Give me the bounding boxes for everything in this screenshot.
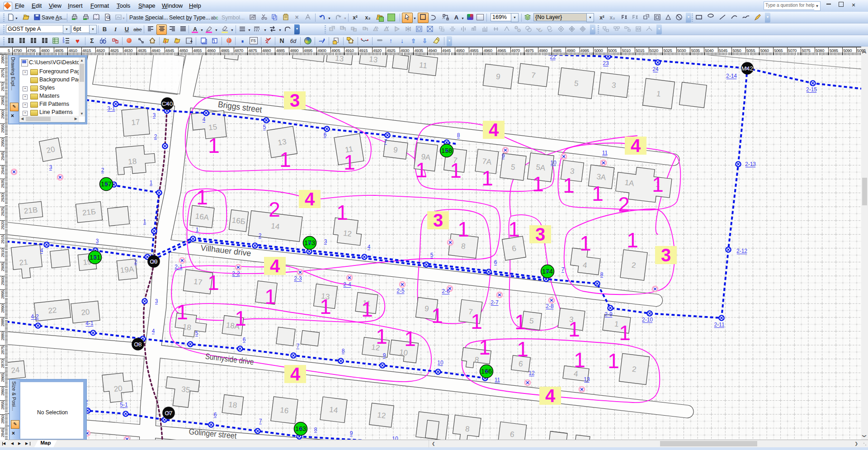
svg-text:8: 8 [314, 426, 317, 433]
svg-text:9: 9 [502, 153, 505, 159]
svg-text:1: 1 [196, 185, 208, 209]
svg-text:17: 17 [131, 118, 141, 127]
svg-text:1: 1 [143, 218, 146, 225]
svg-text:1: 1 [652, 173, 664, 196]
svg-text:1: 1 [608, 349, 619, 373]
svg-text:6: 6 [243, 336, 246, 343]
svg-text:2: 2 [259, 232, 262, 239]
svg-text:18: 18 [228, 400, 237, 410]
svg-text:18: 18 [182, 322, 192, 332]
svg-text:1: 1 [176, 300, 188, 324]
svg-text:2: 2 [269, 198, 280, 221]
svg-text:11: 11 [602, 150, 608, 156]
svg-text:1: 1 [208, 134, 220, 157]
svg-text:2-3: 2-3 [294, 275, 302, 282]
svg-text:2-9: 2-9 [604, 311, 613, 317]
svg-text:8: 8 [457, 132, 460, 138]
svg-text:9: 9 [350, 430, 353, 436]
svg-text:16Б: 16Б [231, 216, 246, 226]
svg-text:21B: 21B [24, 205, 38, 215]
svg-text:2-10: 2-10 [642, 317, 653, 323]
svg-text:5A: 5A [535, 163, 546, 172]
svg-text:7: 7 [561, 266, 565, 273]
svg-text:1: 1 [458, 218, 469, 241]
svg-text:2-8: 2-8 [546, 303, 554, 309]
svg-text:1: 1 [479, 336, 491, 359]
svg-text:20: 20 [46, 145, 56, 155]
svg-text:1: 1 [196, 227, 199, 233]
svg-text:2-14: 2-14 [726, 73, 737, 79]
svg-text:1: 1 [517, 337, 528, 361]
svg-text:1: 1 [279, 148, 291, 171]
svg-text:16A: 16A [195, 212, 210, 222]
svg-text:4: 4 [290, 364, 301, 384]
svg-text:3: 3 [535, 224, 545, 244]
svg-text:3: 3 [433, 210, 443, 230]
svg-text:1: 1 [627, 228, 638, 252]
svg-text:1: 1 [208, 271, 219, 294]
svg-text:1: 1 [415, 158, 427, 182]
svg-text:5: 5 [263, 124, 266, 130]
svg-text:11: 11 [419, 61, 428, 70]
svg-text:12: 12 [343, 229, 352, 238]
svg-text:19A: 19A [120, 265, 135, 275]
svg-text:1: 1 [376, 325, 387, 348]
svg-text:7A: 7A [481, 157, 492, 166]
svg-text:4: 4 [489, 120, 499, 140]
svg-text:10: 10 [550, 160, 557, 166]
svg-text:1: 1 [235, 307, 246, 330]
svg-text:2-11: 2-11 [714, 322, 724, 328]
svg-text:3: 3 [661, 245, 671, 265]
svg-text:4: 4 [152, 328, 155, 334]
svg-text:1: 1 [450, 159, 462, 182]
svg-text:13: 13 [368, 55, 378, 64]
svg-text:1: 1 [592, 182, 604, 205]
svg-text:7: 7 [297, 343, 300, 349]
svg-text:4: 4 [368, 244, 371, 250]
svg-text:1: 1 [508, 218, 520, 241]
svg-text:3: 3 [290, 90, 300, 110]
svg-text:1: 1 [514, 310, 526, 334]
svg-text:3: 3 [324, 238, 327, 245]
svg-text:17: 17 [193, 277, 203, 287]
svg-text:5: 5 [195, 330, 198, 336]
svg-text:1: 1 [532, 172, 544, 196]
svg-text:3-1: 3-1 [107, 105, 115, 112]
svg-text:2-13: 2-13 [745, 161, 756, 167]
svg-text:2-5: 2-5 [396, 288, 405, 294]
svg-text:35: 35 [181, 385, 190, 394]
svg-text:13: 13 [335, 54, 344, 63]
svg-text:12: 12 [377, 411, 386, 420]
svg-text:4: 4 [270, 256, 280, 276]
svg-text:4: 4 [545, 386, 556, 406]
svg-text:4: 4 [203, 116, 206, 123]
svg-text:4: 4 [631, 136, 641, 156]
svg-text:5-1: 5-1 [120, 402, 128, 408]
svg-text:6: 6 [214, 412, 217, 418]
svg-text:2-2: 2-2 [232, 270, 240, 277]
svg-text:3: 3 [155, 298, 158, 304]
svg-text:11: 11 [495, 377, 500, 383]
svg-text:4: 4 [305, 189, 315, 209]
svg-text:3A: 3A [596, 172, 607, 182]
svg-text:20: 20 [113, 384, 123, 393]
svg-text:7: 7 [384, 138, 387, 145]
svg-text:6: 6 [324, 132, 327, 138]
svg-text:2: 2 [618, 193, 630, 216]
svg-text:21Б: 21Б [82, 207, 96, 217]
svg-text:2: 2 [101, 167, 104, 173]
svg-text:2-4: 2-4 [343, 281, 351, 288]
svg-text:4-2: 4-2 [31, 313, 39, 320]
svg-text:7: 7 [259, 418, 262, 424]
svg-text:1: 1 [320, 295, 331, 318]
svg-text:8: 8 [342, 348, 345, 354]
svg-text:2-12: 2-12 [736, 248, 747, 254]
svg-text:16: 16 [279, 406, 289, 415]
svg-text:14: 14 [270, 222, 280, 231]
svg-text:13: 13 [584, 376, 590, 383]
svg-text:1: 1 [563, 174, 575, 197]
svg-text:14: 14 [329, 405, 338, 415]
svg-text:24: 24 [652, 66, 659, 72]
svg-text:4-1: 4-1 [85, 320, 94, 327]
svg-text:6: 6 [494, 259, 497, 265]
